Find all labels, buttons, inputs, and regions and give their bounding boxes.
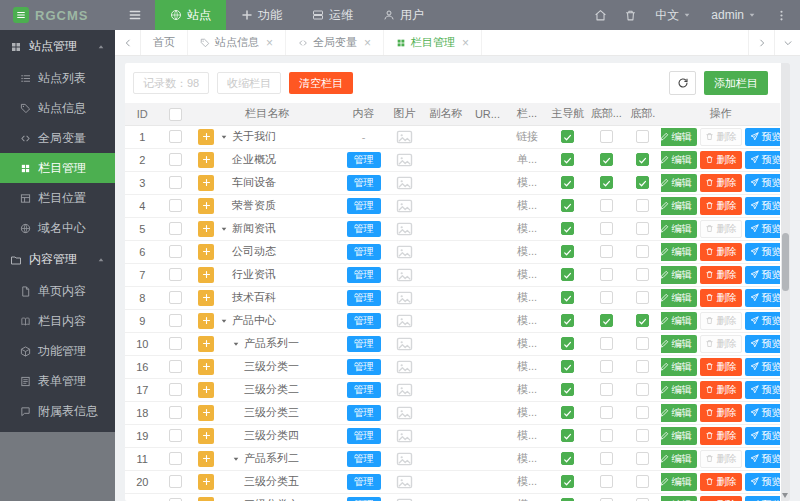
add-child-button[interactable] <box>198 474 214 490</box>
add-column-button[interactable]: 添加栏目 <box>704 71 768 95</box>
main-nav-checkbox[interactable] <box>561 429 574 442</box>
manage-button[interactable]: 管理 <box>347 382 381 398</box>
tab[interactable]: 栏目管理× <box>384 30 482 55</box>
nav-item-user[interactable]: 用户 <box>368 0 439 30</box>
sidebar-item[interactable]: 全局变量 <box>0 123 115 153</box>
main-nav-checkbox[interactable] <box>561 130 574 143</box>
preview-button[interactable]: 预览 <box>745 266 780 284</box>
collapse-columns-button[interactable]: 收缩栏目 <box>217 72 281 94</box>
footer-nav-checkbox[interactable] <box>600 383 613 396</box>
footer-nav-checkbox[interactable] <box>600 314 613 327</box>
footer-checkbox[interactable] <box>636 291 649 304</box>
sidebar-item[interactable]: 站点列表 <box>0 63 115 93</box>
main-nav-checkbox[interactable] <box>561 314 574 327</box>
row-checkbox[interactable] <box>169 406 182 419</box>
row-checkbox[interactable] <box>169 245 182 258</box>
edit-button[interactable]: 编辑 <box>661 335 696 353</box>
add-child-button[interactable] <box>198 336 214 352</box>
scrollbar-thumb[interactable] <box>782 233 789 291</box>
edit-button[interactable]: 编辑 <box>661 358 696 376</box>
preview-button[interactable]: 预览 <box>745 197 780 215</box>
main-nav-checkbox[interactable] <box>561 406 574 419</box>
main-nav-checkbox[interactable] <box>561 245 574 258</box>
manage-button[interactable]: 管理 <box>347 313 381 329</box>
delete-button[interactable]: 删除 <box>700 289 742 307</box>
hamburger-icon[interactable] <box>115 0 155 30</box>
tabs-menu-icon[interactable] <box>774 30 800 55</box>
preview-button[interactable]: 预览 <box>745 404 780 422</box>
footer-nav-checkbox[interactable] <box>600 176 613 189</box>
preview-button[interactable]: 预览 <box>745 427 780 445</box>
edit-button[interactable]: 编辑 <box>661 427 696 445</box>
edit-button[interactable]: 编辑 <box>661 128 696 146</box>
footer-nav-checkbox[interactable] <box>600 153 613 166</box>
main-nav-checkbox[interactable] <box>561 337 574 350</box>
app-logo[interactable]: RGCMS <box>0 0 115 30</box>
main-nav-checkbox[interactable] <box>561 268 574 281</box>
row-checkbox[interactable] <box>169 199 182 212</box>
manage-button[interactable]: 管理 <box>347 497 381 501</box>
delete-button[interactable]: 删除 <box>700 427 742 445</box>
edit-button[interactable]: 编辑 <box>661 197 696 215</box>
sidebar-item[interactable]: 栏目位置 <box>0 183 115 213</box>
add-child-button[interactable] <box>198 405 214 421</box>
edit-button[interactable]: 编辑 <box>661 496 696 501</box>
sidebar-item[interactable]: 栏目管理 <box>0 153 115 183</box>
manage-button[interactable]: 管理 <box>347 175 381 191</box>
row-checkbox[interactable] <box>169 314 182 327</box>
footer-checkbox[interactable] <box>636 360 649 373</box>
main-nav-checkbox[interactable] <box>561 291 574 304</box>
preview-button[interactable]: 预览 <box>745 335 780 353</box>
edit-button[interactable]: 编辑 <box>661 289 696 307</box>
sidebar-item[interactable]: 栏目内容 <box>0 306 115 336</box>
manage-button[interactable]: 管理 <box>347 198 381 214</box>
nav-item-globe[interactable]: 站点 <box>155 0 226 30</box>
manage-button[interactable]: 管理 <box>347 152 381 168</box>
footer-checkbox[interactable] <box>636 130 649 143</box>
preview-button[interactable]: 预览 <box>745 381 780 399</box>
footer-checkbox[interactable] <box>636 314 649 327</box>
select-all-checkbox[interactable] <box>169 108 182 121</box>
add-child-button[interactable] <box>198 359 214 375</box>
footer-checkbox[interactable] <box>636 406 649 419</box>
footer-checkbox[interactable] <box>636 337 649 350</box>
delete-button[interactable]: 删除 <box>700 197 742 215</box>
footer-checkbox[interactable] <box>636 475 649 488</box>
edit-button[interactable]: 编辑 <box>661 404 696 422</box>
footer-nav-checkbox[interactable] <box>600 268 613 281</box>
tabs-scroll-right-icon[interactable] <box>748 30 774 55</box>
main-nav-checkbox[interactable] <box>561 176 574 189</box>
manage-button[interactable]: 管理 <box>347 244 381 260</box>
edit-button[interactable]: 编辑 <box>661 266 696 284</box>
footer-checkbox[interactable] <box>636 383 649 396</box>
delete-button[interactable]: 删除 <box>700 381 742 399</box>
manage-button[interactable]: 管理 <box>347 359 381 375</box>
manage-button[interactable]: 管理 <box>347 221 381 237</box>
footer-nav-checkbox[interactable] <box>600 245 613 258</box>
footer-nav-checkbox[interactable] <box>600 475 613 488</box>
delete-button[interactable]: 删除 <box>700 496 742 501</box>
edit-button[interactable]: 编辑 <box>661 312 696 330</box>
main-nav-checkbox[interactable] <box>561 383 574 396</box>
preview-button[interactable]: 预览 <box>745 473 780 491</box>
delete-button[interactable]: 删除 <box>700 358 742 376</box>
tab[interactable]: 站点信息× <box>188 30 286 55</box>
manage-button[interactable]: 管理 <box>347 474 381 490</box>
footer-checkbox[interactable] <box>636 245 649 258</box>
main-nav-checkbox[interactable] <box>561 452 574 465</box>
edit-button[interactable]: 编辑 <box>661 381 696 399</box>
record-count-button[interactable]: 记录数：98 <box>133 72 209 94</box>
home-icon[interactable] <box>585 0 615 30</box>
delete-button[interactable]: 删除 <box>700 151 742 169</box>
footer-checkbox[interactable] <box>636 153 649 166</box>
table-scrollbar[interactable] <box>781 63 790 501</box>
sidebar-item[interactable]: 表单管理 <box>0 366 115 396</box>
footer-checkbox[interactable] <box>636 268 649 281</box>
footer-nav-checkbox[interactable] <box>600 291 613 304</box>
add-child-button[interactable] <box>198 152 214 168</box>
manage-button[interactable]: 管理 <box>347 451 381 467</box>
row-checkbox[interactable] <box>169 383 182 396</box>
delete-button[interactable]: 删除 <box>700 243 742 261</box>
sidebar-item[interactable]: 单页内容 <box>0 276 115 306</box>
sidebar-item[interactable]: 功能管理 <box>0 336 115 366</box>
